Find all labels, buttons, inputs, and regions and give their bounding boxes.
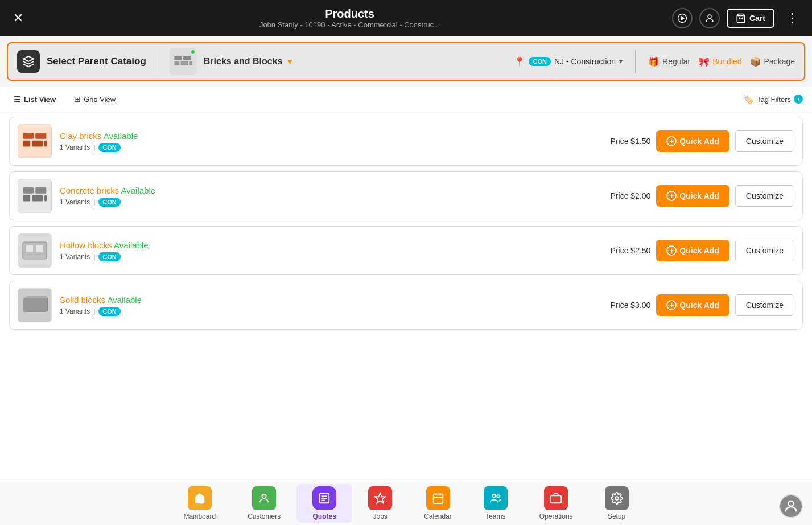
product-price: Price $2.50 [599,246,650,255]
nav-item-setup[interactable]: Setup [589,484,645,523]
product-name: Clay bricks Available [60,131,591,141]
location-dropdown-icon[interactable]: ▾ [619,58,623,65]
customize-button[interactable]: Customize [735,240,794,261]
nav-icon-calendar [426,486,450,510]
svg-rect-8 [180,61,188,65]
tag-filters-button[interactable]: 🏷️ Tag Filters i [743,94,803,105]
nav-icon-quotes [312,486,336,510]
svg-rect-22 [36,245,43,252]
catalog-divider [158,50,158,73]
close-button[interactable]: ✕ [9,9,27,27]
svg-rect-23 [23,298,47,312]
location-name: NJ - Construction [554,57,616,66]
catalog-bar-right: 📍 CON NJ - Construction ▾ 🎁 Regular 🎀 Bu… [514,50,795,73]
nav-label-mainboard: Mainboard [183,512,216,520]
product-image [18,233,52,268]
customize-button[interactable]: Customize [735,185,794,207]
header-subtitle: John Stanly - 10190 - Active - Commercia… [27,20,672,29]
svg-marker-4 [23,56,34,61]
product-info: Solid blocks Available 1 Variants | CON [60,295,591,316]
type-package-option[interactable]: 📦 Package [750,56,795,67]
product-tag-badge: CON [98,307,120,316]
product-image [18,179,52,213]
list-view-icon: ☰ [14,95,21,104]
product-image [18,124,52,158]
list-view-button[interactable]: ☰ List View [9,92,60,106]
quick-add-plus-icon: + [666,136,677,146]
more-options-button[interactable]: ⋮ [781,9,803,28]
type-bundled-option[interactable]: 🎀 Bundled [698,56,741,67]
product-info: Clay bricks Available 1 Variants | CON [60,131,591,152]
quick-add-plus-icon: + [666,245,677,256]
product-variants: 1 Variants [60,198,90,206]
svg-rect-5 [174,56,182,60]
svg-rect-16 [35,187,46,194]
grid-view-button[interactable]: ⊞ Grid View [69,92,120,106]
svg-point-40 [788,501,793,506]
svg-rect-17 [23,195,30,202]
catalog-bar: Select Parent Catalog Bricks and Blocks … [7,42,805,81]
product-price: Price $1.50 [599,137,650,146]
quick-add-button[interactable]: + Quick Add [656,240,729,261]
header-right: Cart ⋮ [672,8,803,28]
svg-marker-1 [681,17,684,20]
svg-rect-21 [26,245,33,252]
quick-add-plus-icon: + [666,300,677,310]
nav-icon-teams [484,486,508,510]
header-center: Products John Stanly - 10190 - Active - … [27,7,672,29]
product-meta: 1 Variants | CON [60,307,591,316]
customize-button[interactable]: Customize [735,130,794,152]
product-price: Price $2.00 [599,191,650,200]
nav-label-jobs: Jobs [373,512,387,520]
product-meta: 1 Variants | CON [60,143,591,152]
catalog-name[interactable]: Bricks and Blocks ▼ [204,56,294,67]
nav-item-calendar[interactable]: Calendar [408,484,468,523]
bundled-icon: 🎀 [698,56,710,67]
nav-item-quotes[interactable]: Quotes [296,484,352,523]
location-tag: 📍 CON NJ - Construction ▾ [514,56,623,67]
nav-item-mainboard[interactable]: Mainboard [167,484,232,523]
quick-add-label: Quick Add [679,246,719,255]
product-actions: Price $1.50 + Quick Add Customize [599,130,794,152]
nav-icon-mainboard [188,486,212,510]
nav-item-operations[interactable]: Operations [524,484,589,523]
svg-marker-24 [23,296,47,298]
quick-add-label: Quick Add [679,191,719,200]
product-image [18,288,52,322]
nav-item-customers[interactable]: Customers [232,484,296,523]
product-name: Hollow blocks Available [60,240,591,250]
grid-view-icon: ⊞ [74,95,81,104]
product-variants: 1 Variants [60,307,90,315]
nav-item-jobs[interactable]: Jobs [352,484,408,523]
type-regular-option[interactable]: 🎁 Regular [648,56,690,67]
header: ✕ Products John Stanly - 10190 - Active … [0,0,812,36]
svg-point-26 [262,494,266,498]
product-row: Concrete bricks Available 1 Variants | C… [9,171,803,220]
cart-button[interactable]: Cart [727,9,774,28]
nav-label-operations: Operations [539,512,573,520]
product-actions: Price $2.00 + Quick Add Customize [599,185,794,207]
product-tag-badge: CON [98,198,120,207]
nav-icon-customers [252,486,276,510]
nav-label-setup: Setup [608,512,625,520]
svg-rect-32 [433,494,443,504]
product-actions: Price $3.00 + Quick Add Customize [599,294,794,316]
product-tag-badge: CON [98,143,120,152]
bottom-nav: Mainboard Customers Quotes Jobs Calendar… [0,479,812,525]
customize-button[interactable]: Customize [735,294,794,316]
catalog-active-dot [190,49,196,55]
avatar[interactable] [779,494,803,518]
quick-add-button[interactable]: + Quick Add [656,130,729,152]
nav-item-teams[interactable]: Teams [468,484,524,523]
product-row: Hollow blocks Available 1 Variants | CON… [9,226,803,275]
quick-add-button[interactable]: + Quick Add [656,294,729,316]
product-meta: 1 Variants | CON [60,198,591,207]
svg-marker-31 [375,493,385,503]
svg-rect-10 [23,133,34,139]
filter-icon-button[interactable] [672,8,693,28]
svg-rect-19 [44,195,47,202]
location-pin-icon: 📍 [514,56,525,67]
nav-icon-jobs [368,486,392,510]
quick-add-button[interactable]: + Quick Add [656,185,729,207]
profile-icon-button[interactable] [699,8,720,28]
